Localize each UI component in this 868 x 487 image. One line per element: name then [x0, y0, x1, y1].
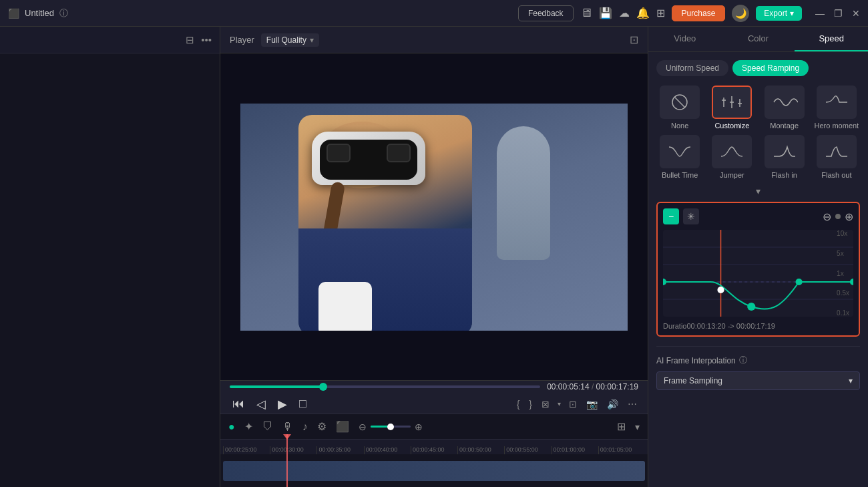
titlebar-left: ⬛ Untitled ⓘ [8, 7, 68, 19]
tab-speed[interactable]: Speed [795, 27, 868, 51]
left-panel-toolbar: ⊟ ••• [0, 27, 220, 53]
mark-in-button[interactable]: { [515, 397, 521, 411]
feedback-button[interactable]: Feedback [518, 5, 574, 21]
curve-freeze-button[interactable]: ✳ [683, 208, 699, 224]
tab-color[interactable]: Color [722, 27, 795, 51]
zoom-in-icon[interactable]: ⊕ [415, 422, 423, 432]
mark-out-button[interactable]: } [527, 397, 533, 411]
timeline-gear-icon[interactable]: ⚙ [317, 420, 327, 433]
curve-zoom-out-button[interactable]: ⊖ [823, 210, 831, 223]
expand-row: ▾ [656, 186, 860, 196]
zoom-thumb[interactable] [387, 424, 394, 430]
volume-button[interactable]: 🔊 [606, 397, 620, 411]
progress-track[interactable] [230, 385, 540, 388]
zoom-out-icon[interactable]: ⊖ [359, 422, 367, 432]
icon-monitor[interactable]: 🖥 [580, 6, 592, 20]
quality-arrow-icon: ▾ [310, 35, 314, 45]
playhead[interactable] [286, 434, 288, 487]
ai-frame-label: AI Frame Interpolation ⓘ [656, 355, 860, 366]
window-controls: — ❐ ✕ [815, 8, 860, 19]
player-label: Player [230, 35, 254, 45]
title-status-icon: ⓘ [59, 7, 68, 19]
preset-none[interactable]: None [656, 86, 703, 130]
timeline-grid [220, 454, 648, 487]
curve-zoom-dot [835, 214, 841, 219]
insert-button[interactable]: ⊠ [540, 397, 551, 411]
insert-arrow[interactable]: ▾ [558, 400, 561, 408]
overlay-button[interactable]: ⊡ [568, 397, 578, 411]
flash-out-icon [823, 142, 850, 162]
icon-cloud[interactable]: ☁ [619, 7, 630, 19]
current-time: 00:00:05:14 / 00:00:17:19 [547, 382, 638, 391]
preset-hero-moment[interactable]: Hero moment [813, 86, 860, 130]
preset-montage-box [765, 86, 805, 119]
preset-flash-in[interactable]: Flash in [761, 135, 808, 179]
fullscreen-icon[interactable]: ⊡ [630, 33, 638, 46]
timeline-source-icon[interactable]: ● [228, 421, 235, 433]
preset-bullet-label: Bullet Time [662, 171, 698, 179]
preset-bullet-box [660, 135, 700, 168]
ruler-mark-2: 00:00:35:00 [316, 446, 363, 454]
svg-point-17 [850, 279, 853, 285]
curve-zoom-controls: ⊖ ⊕ [823, 210, 853, 223]
speed-ramping-button[interactable]: Speed Ramping [732, 60, 809, 76]
timeline-more-icon[interactable]: ▾ [635, 422, 640, 432]
timeline-mic-icon[interactable]: 🎙 [282, 421, 293, 433]
zoom-track[interactable] [371, 426, 411, 428]
icon-grid[interactable]: ⊞ [656, 7, 665, 19]
snapshot-button[interactable]: 📷 [585, 397, 599, 411]
svg-point-18 [717, 287, 724, 293]
preset-jumper-box [712, 135, 752, 168]
icon-bell[interactable]: 🔔 [636, 7, 650, 19]
expand-arrow-icon[interactable]: ▾ [756, 186, 761, 196]
ruler-mark-5: 00:00:50:00 [457, 446, 504, 454]
preset-montage[interactable]: Montage [761, 86, 808, 130]
curve-minus-button[interactable]: − [663, 208, 679, 224]
prev-frame-button[interactable]: ⏮ [230, 395, 247, 412]
timeline-music-icon[interactable]: ♪ [302, 421, 308, 433]
maximize-button[interactable]: ❐ [834, 8, 843, 19]
preset-jumper[interactable]: Jumper [708, 135, 755, 179]
preset-flash-in-label: Flash in [771, 171, 797, 179]
uniform-speed-button[interactable]: Uniform Speed [656, 60, 728, 76]
tab-video[interactable]: Video [648, 27, 722, 51]
filter-icon[interactable]: ⊟ [186, 34, 194, 46]
ai-frame-dropdown[interactable]: Frame Sampling ▾ [656, 371, 860, 390]
preset-customize[interactable]: Customize [708, 86, 755, 130]
curve-svg [663, 230, 853, 317]
timeline-shield-icon[interactable]: ⛉ [262, 421, 273, 433]
purchase-button[interactable]: Purchase [672, 5, 726, 21]
icon-save[interactable]: 💾 [599, 7, 612, 19]
timeline-strip[interactable] [223, 461, 645, 481]
curve-area[interactable]: 10x 5x 1x 0.5x 0.1x [663, 230, 853, 317]
timeline-grid-icon[interactable]: ⊞ [617, 420, 626, 433]
curve-zoom-in-button[interactable]: ⊕ [845, 210, 853, 223]
stop-button[interactable]: □ [296, 395, 309, 412]
duration-range: 00:00:13:20 -> 00:00:17:19 [686, 322, 775, 330]
progress-thumb[interactable] [319, 383, 327, 391]
export-button[interactable]: Export ▾ [756, 6, 802, 21]
svg-line-1 [674, 97, 685, 108]
more-ctrl-button[interactable]: ⋯ [626, 397, 638, 411]
right-content: Uniform Speed Speed Ramping None [648, 52, 868, 487]
more-icon[interactable]: ••• [201, 34, 212, 45]
preset-flash-out-box [817, 135, 857, 168]
player-bar: Player Full Quality ▾ ⊡ [220, 27, 648, 53]
close-button[interactable]: ✕ [852, 8, 860, 19]
playback-controls: ⏮ ◁ ▶ □ { } ⊠ ▾ ⊡ 📷 🔊 ⋯ [230, 395, 638, 413]
zoom-control: ⊖ ⊕ [359, 422, 423, 432]
quality-dropdown[interactable]: Full Quality ▾ [261, 33, 319, 47]
play-button[interactable]: ▶ [275, 395, 290, 413]
step-back-button[interactable]: ◁ [254, 395, 268, 413]
preset-bullet-time[interactable]: Bullet Time [656, 135, 703, 179]
timeline-sun-icon[interactable]: ✦ [244, 420, 253, 433]
preset-montage-label: Montage [770, 122, 799, 130]
left-panel: ⊟ ••• [0, 27, 220, 487]
timeline-clip-icon[interactable]: ⬛ [336, 420, 349, 433]
titlebar-center: Feedback 🖥 💾 ☁ 🔔 ⊞ Purchase 🌙 Export ▾ —… [518, 5, 860, 22]
speed-presets: None Customize [656, 86, 860, 179]
ai-frame-info-icon[interactable]: ⓘ [739, 355, 747, 366]
theme-toggle[interactable]: 🌙 [732, 5, 749, 22]
minimize-button[interactable]: — [815, 8, 825, 19]
preset-flash-out[interactable]: Flash out [813, 135, 860, 179]
